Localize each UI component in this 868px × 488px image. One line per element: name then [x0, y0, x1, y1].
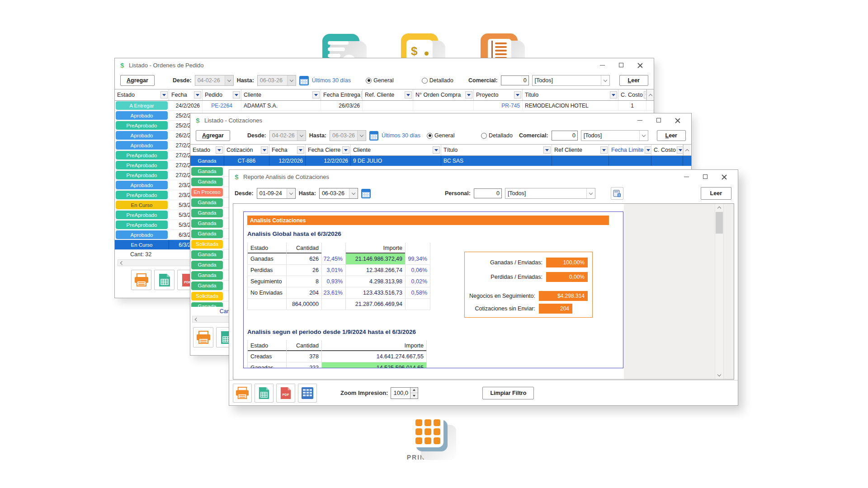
column-header[interactable]: Estado — [115, 89, 169, 100]
filter-icon[interactable] — [261, 146, 268, 154]
column-header[interactable]: Fecha Entrega — [321, 89, 363, 100]
excel-export-button[interactable] — [255, 384, 274, 403]
scroll-up-icon[interactable] — [646, 89, 654, 100]
leer-button[interactable]: Leer — [701, 187, 731, 200]
hasta-input[interactable]: 06-03-26 — [319, 188, 358, 199]
column-header[interactable]: Proyecto — [474, 89, 523, 100]
maximize-button[interactable] — [649, 114, 668, 126]
column-header[interactable]: C. Costo — [651, 145, 683, 155]
column-header[interactable]: Ref. Cliente — [363, 89, 413, 100]
filter-icon[interactable] — [312, 91, 320, 99]
chevron-down-icon[interactable] — [225, 75, 233, 85]
ultimos-30-dias-link[interactable]: Últimos 30 días — [312, 77, 351, 84]
filter-icon[interactable] — [216, 146, 223, 154]
minimize-button[interactable] — [630, 114, 649, 126]
filter-icon[interactable] — [160, 91, 168, 99]
filter-icon[interactable] — [677, 146, 683, 154]
filter-icon[interactable] — [194, 91, 201, 99]
calendar-icon[interactable] — [299, 76, 309, 85]
comercial-select[interactable]: [Todos] — [532, 75, 610, 86]
personal-input[interactable]: 0 — [474, 188, 502, 198]
filter-icon[interactable] — [645, 146, 651, 154]
pdf-export-button[interactable]: PDF — [276, 384, 295, 403]
ultimos-30-dias-link[interactable]: Últimos 30 días — [382, 132, 420, 139]
agregar-button[interactable]: Agregar — [120, 75, 155, 86]
titlebar[interactable]: Reporte Analisis de Cotizaciones — [229, 170, 738, 183]
filter-icon[interactable] — [465, 91, 472, 99]
desde-input[interactable]: 01-09-24 — [257, 188, 296, 199]
stepper-up-icon[interactable] — [410, 388, 418, 394]
filter-icon[interactable] — [233, 91, 240, 99]
calendar-icon[interactable] — [369, 131, 378, 141]
leer-button[interactable]: Leer — [619, 75, 648, 86]
filter-icon[interactable] — [342, 146, 349, 154]
maximize-button[interactable] — [612, 59, 631, 71]
column-header[interactable]: Pedido — [203, 89, 241, 100]
titlebar[interactable]: Listado - Ordenes de Pedido — [115, 58, 654, 72]
radio-detallado[interactable]: Detallado — [481, 132, 513, 139]
column-header[interactable]: Titulo — [523, 89, 618, 100]
column-header[interactable]: N° Orden Compra — [413, 89, 474, 100]
maximize-button[interactable] — [696, 171, 715, 183]
chevron-down-icon[interactable] — [287, 188, 295, 198]
chevron-down-icon[interactable] — [357, 131, 366, 141]
filter-icon[interactable] — [610, 91, 617, 99]
scrollbar-thumb[interactable] — [716, 212, 723, 234]
filter-icon[interactable] — [543, 146, 551, 154]
chevron-down-icon[interactable] — [287, 75, 296, 85]
filter-icon[interactable] — [405, 91, 412, 99]
comercial-select[interactable]: [Todos] — [581, 130, 648, 141]
scroll-left-icon[interactable] — [193, 318, 200, 321]
column-header[interactable]: Fecha Cierre — [306, 145, 351, 155]
print-button[interactable] — [233, 384, 252, 403]
minimize-button[interactable] — [677, 171, 696, 183]
grid-view-button[interactable] — [298, 384, 317, 403]
filter-icon[interactable] — [600, 146, 608, 154]
chevron-down-icon[interactable] — [349, 188, 358, 198]
vertical-scrollbar[interactable] — [715, 204, 724, 379]
hasta-input[interactable]: 06-03-26 — [330, 130, 366, 141]
report-options-button[interactable] — [611, 187, 623, 200]
close-button[interactable] — [668, 114, 687, 126]
column-header[interactable]: Cotización — [224, 145, 269, 155]
comercial-input[interactable]: 0 — [552, 131, 578, 141]
radio-general[interactable]: General — [427, 132, 454, 139]
chevron-down-icon[interactable] — [297, 131, 306, 141]
desde-input[interactable]: 04-02-26 — [269, 130, 306, 141]
column-header[interactable]: Ref Cliente — [552, 145, 609, 155]
hasta-input[interactable]: 06-03-26 — [257, 75, 296, 86]
minimize-button[interactable] — [593, 59, 612, 71]
column-header-sorted[interactable]: Fecha Limite — [609, 145, 651, 155]
scroll-up-icon[interactable] — [683, 145, 690, 155]
excel-export-button[interactable] — [154, 270, 175, 290]
column-header[interactable]: Fecha — [169, 89, 203, 100]
column-header[interactable]: C. Costo — [618, 89, 646, 100]
radio-general[interactable]: General — [366, 77, 393, 84]
leer-button[interactable]: Leer — [657, 130, 686, 141]
limpiar-filtro-button[interactable]: Limpiar Filtro — [482, 387, 534, 399]
desde-input[interactable]: 04-02-26 — [195, 75, 234, 86]
titlebar[interactable]: Listado - Cotizaciones — [190, 113, 691, 127]
filter-icon[interactable] — [433, 146, 440, 154]
agregar-button[interactable]: Agregar — [196, 130, 230, 141]
radio-detallado[interactable]: Detallado — [422, 77, 453, 84]
filter-icon[interactable] — [297, 146, 304, 154]
scroll-left-icon[interactable] — [118, 262, 125, 264]
print-button[interactable] — [131, 270, 151, 290]
table-row-selected[interactable]: Ganada CT-886 12/2/2026 12/2/2026 9 DE J… — [190, 156, 691, 166]
column-header[interactable]: Título — [441, 145, 552, 155]
filter-icon[interactable] — [514, 91, 521, 99]
column-header[interactable]: Cliente — [241, 89, 321, 100]
print-button[interactable] — [193, 327, 213, 347]
close-button[interactable] — [715, 171, 734, 183]
column-header[interactable]: Cliente — [351, 145, 441, 155]
table-row[interactable]: A Entregar 24/2/2026 PE-2264 ADAMAT S.A.… — [115, 101, 654, 111]
close-button[interactable] — [631, 59, 650, 71]
principal-shortcut[interactable]: PRINCIPAL — [401, 416, 455, 461]
column-header[interactable]: Estado — [190, 145, 224, 155]
personal-select[interactable]: [Todos] — [505, 188, 595, 199]
scroll-down-icon[interactable] — [715, 371, 723, 379]
column-header[interactable]: Fecha — [269, 145, 306, 155]
stepper-down-icon[interactable] — [410, 393, 418, 399]
scroll-up-icon[interactable] — [715, 204, 723, 211]
